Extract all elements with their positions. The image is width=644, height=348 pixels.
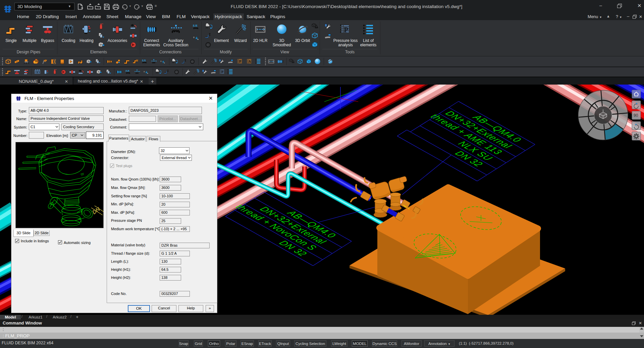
svg-text:DN: DN	[91, 206, 101, 215]
svg-text:P: P	[344, 26, 348, 34]
svg-text:?: ?	[100, 43, 102, 47]
svg-text:A: A	[248, 60, 251, 63]
svg-text:P: P	[221, 70, 224, 74]
svg-text:90: 90	[175, 71, 177, 73]
svg-text:90: 90	[191, 61, 193, 63]
svg-text:?: ?	[88, 60, 89, 63]
svg-text:90: 90	[634, 113, 638, 118]
svg-text:?: ?	[98, 71, 99, 73]
svg-text:P: P	[239, 60, 241, 63]
svg-text:90: 90	[207, 44, 209, 46]
